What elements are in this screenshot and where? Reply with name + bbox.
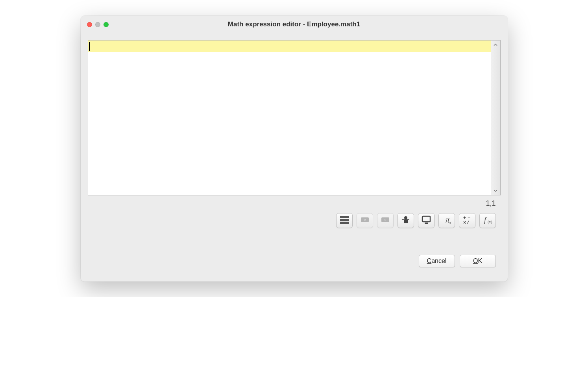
set-button: s (377, 213, 394, 228)
svg-text:e: e (449, 221, 451, 224)
pi-icon: π e (441, 215, 452, 226)
svg-rect-1 (340, 219, 349, 221)
block-icon (339, 215, 350, 226)
cancel-mnemonic: C (427, 258, 432, 264)
minimize-window-button (95, 22, 100, 27)
svg-rect-11 (422, 216, 430, 222)
svg-rect-12 (425, 223, 428, 224)
svg-rect-10 (408, 219, 409, 220)
dialog-buttons: Cancel OK (88, 228, 501, 274)
operators-button[interactable]: + − × ∕ (459, 213, 475, 228)
svg-text:f: f (484, 216, 487, 224)
monitor-button[interactable] (418, 213, 435, 228)
svg-rect-0 (340, 216, 349, 218)
traffic-lights (87, 22, 109, 27)
maximize-window-button[interactable] (104, 22, 109, 27)
element-button: e (357, 213, 373, 228)
svg-point-7 (404, 216, 407, 219)
cancel-label-rest: ancel (431, 258, 446, 264)
titlebar: Math expression editor - Employee.math1 (81, 16, 508, 33)
expression-editor[interactable] (88, 40, 491, 195)
cancel-button[interactable]: Cancel (419, 255, 455, 267)
element-icon: e (359, 215, 370, 226)
svg-text:(x): (x) (488, 220, 492, 224)
svg-rect-8 (404, 219, 408, 223)
function-button[interactable]: f (x) (479, 213, 496, 228)
person-button[interactable] (398, 213, 414, 228)
person-icon (400, 215, 411, 226)
vertical-scrollbar[interactable] (491, 40, 500, 195)
block-button[interactable] (336, 213, 353, 228)
ok-label-rest: K (478, 258, 482, 264)
monitor-icon (421, 215, 432, 226)
content-area: 1,1 e (81, 33, 508, 281)
svg-text:×: × (463, 220, 466, 225)
ok-mnemonic: O (473, 258, 478, 264)
scroll-up-button[interactable] (491, 40, 500, 49)
pi-constant-button[interactable]: π e (438, 213, 455, 228)
ok-button[interactable]: OK (460, 255, 496, 267)
operators-icon: + − × ∕ (462, 215, 473, 226)
svg-rect-2 (340, 222, 349, 224)
svg-text:e: e (364, 218, 366, 222)
window-title: Math expression editor - Employee.math1 (87, 20, 501, 28)
cursor-position-label: 1,1 (88, 195, 501, 208)
dialog-window: Math expression editor - Employee.math1 … (81, 16, 508, 281)
current-line-highlight (88, 40, 491, 52)
svg-text:s: s (384, 218, 386, 222)
toolbar: e s (88, 208, 501, 228)
svg-rect-9 (402, 219, 404, 220)
scroll-down-button[interactable] (491, 186, 500, 195)
editor-container (88, 40, 501, 195)
close-window-button[interactable] (87, 22, 92, 27)
function-icon: f (x) (482, 215, 493, 226)
text-cursor (89, 42, 90, 51)
set-icon: s (380, 215, 391, 226)
